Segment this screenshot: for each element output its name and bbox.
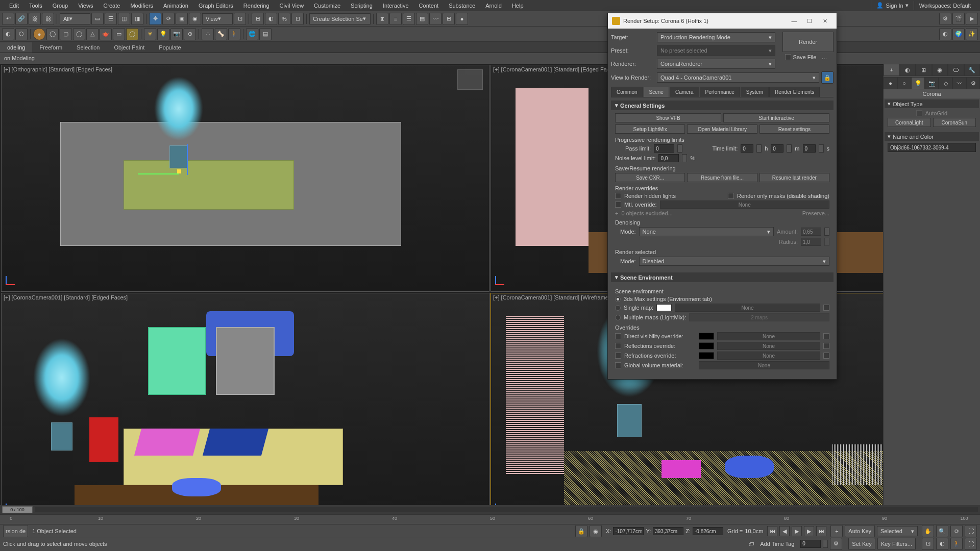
x-coord-input[interactable] <box>613 527 644 535</box>
spinner-buttons[interactable] <box>756 144 762 153</box>
render-preset-button[interactable]: ◐ <box>939 28 951 40</box>
shapes-subtab[interactable]: ○ <box>897 77 911 89</box>
direct-vis-slot[interactable]: None <box>717 332 820 340</box>
refractions-color[interactable] <box>699 352 714 359</box>
time-s-spinner[interactable]: 0 <box>803 144 816 153</box>
resume-last-button[interactable]: Resume last render <box>760 173 829 182</box>
render-masks-checkbox[interactable] <box>728 193 734 199</box>
refractions-checkbox[interactable] <box>615 353 621 359</box>
spinner-buttons[interactable] <box>677 144 682 153</box>
viewcube-icon[interactable] <box>457 69 483 90</box>
systems-subtab[interactable]: ⚙ <box>966 77 980 89</box>
resume-file-button[interactable]: Resume from file... <box>687 173 757 182</box>
toggle-ribbon-button[interactable]: ▤ <box>416 13 428 25</box>
biped-button[interactable]: 🚶 <box>228 28 240 40</box>
maximize-button[interactable]: ☐ <box>802 16 817 26</box>
cone-primitive-button[interactable]: △ <box>86 28 99 40</box>
time-slider-handle[interactable]: 0 / 100 <box>2 506 33 513</box>
menu-views[interactable]: Views <box>73 1 98 10</box>
spinner-snap-button[interactable]: ⊡ <box>291 13 304 25</box>
render-setup-button[interactable]: ⚙ <box>939 13 951 25</box>
render-frame-button[interactable]: 🎬 <box>952 13 965 25</box>
sun-button[interactable]: ☀ <box>144 28 156 40</box>
render-button[interactable]: ▶ <box>966 13 978 25</box>
teapot-primitive-button[interactable]: 🫖 <box>100 28 112 40</box>
save-cxr-button[interactable]: Save CXR... <box>615 173 685 182</box>
render-hidden-checkbox[interactable] <box>615 193 621 199</box>
ellipsis-icon[interactable]: … <box>821 54 827 60</box>
select-region-button[interactable]: ◫ <box>118 13 130 25</box>
isolate-button[interactable]: ◉ <box>590 525 602 537</box>
menu-content[interactable]: Content <box>414 1 444 10</box>
viewport-label-tr[interactable]: [+] [CoronaCamera001] [Standard] [Edged … <box>493 66 617 72</box>
autogrid-checkbox[interactable] <box>916 110 922 116</box>
menu-create[interactable]: Create <box>98 1 125 10</box>
preset-dropdown[interactable]: No preset selected▾ <box>657 45 775 56</box>
current-frame-spinner[interactable]: 0 <box>800 540 821 548</box>
menu-interactive[interactable]: Interactive <box>378 1 414 10</box>
mtl-override-checkbox[interactable] <box>615 202 621 208</box>
prev-frame-button[interactable]: ◀ <box>779 526 790 536</box>
tab-system[interactable]: System <box>741 87 769 97</box>
time-h-spinner[interactable]: 0 <box>741 144 753 153</box>
utilities-tab[interactable]: 🔧 <box>964 64 981 76</box>
amount-spinner[interactable]: 0,65 <box>801 228 821 236</box>
nav-max-button[interactable]: ⛶ <box>965 525 977 537</box>
camera-button[interactable]: 📷 <box>170 28 183 40</box>
global-volume-slot[interactable]: None <box>699 361 829 369</box>
refractions-enable-checkbox[interactable] <box>823 353 829 359</box>
tube-primitive-button[interactable]: ◯ <box>126 28 138 40</box>
nav-fov-button[interactable]: ◐ <box>936 538 948 550</box>
object-name-input[interactable] <box>888 143 976 152</box>
tab-performance[interactable]: Performance <box>700 87 740 97</box>
bone-button[interactable]: 🦴 <box>215 28 227 40</box>
graphite-button[interactable]: ◐ <box>2 28 14 40</box>
multiple-maps-radio[interactable] <box>615 315 621 320</box>
single-map-enable-checkbox[interactable] <box>823 305 829 311</box>
particles-button[interactable]: ∴ <box>202 28 214 40</box>
multiple-maps-slot[interactable]: 2 maps <box>689 313 829 321</box>
maxscript-button[interactable]: rsion de <box>3 525 28 537</box>
menu-help[interactable]: Help <box>507 1 529 10</box>
global-volume-checkbox[interactable] <box>615 362 621 368</box>
next-frame-button[interactable]: ▶ <box>804 526 814 536</box>
spinner-buttons[interactable] <box>824 228 829 236</box>
category-dropdown[interactable]: Corona <box>884 89 980 98</box>
save-file-checkbox[interactable] <box>785 54 791 60</box>
motion-tab[interactable]: ◉ <box>932 64 948 76</box>
ribbon-tab-populate[interactable]: Populate <box>152 42 188 53</box>
helpers-subtab[interactable]: ◇ <box>939 77 952 89</box>
goto-start-button[interactable]: ⏮ <box>767 526 777 536</box>
box-primitive-button[interactable]: ▢ <box>60 28 72 40</box>
layer-explorer-button[interactable]: ☰ <box>403 13 415 25</box>
auto-key-button[interactable]: Auto Key <box>845 525 875 537</box>
menu-rendering[interactable]: Rendering <box>238 1 275 10</box>
scene-env-header[interactable]: ▾ Scene Environment <box>611 272 834 282</box>
menu-customize[interactable]: Customize <box>309 1 346 10</box>
tab-common[interactable]: Common <box>611 87 643 97</box>
light-button[interactable]: 💡 <box>157 28 169 40</box>
mirror-button[interactable]: ⧗ <box>376 13 388 25</box>
menu-modifiers[interactable]: Modifiers <box>125 1 158 10</box>
ribbon-tab-selection[interactable]: Selection <box>69 42 107 53</box>
sphere-primitive-button[interactable]: ● <box>33 28 45 40</box>
renderer-dropdown[interactable]: CoronaRenderer▾ <box>657 59 775 69</box>
corona-light-button[interactable]: CoronaLight <box>888 118 931 127</box>
lock-selection-button[interactable]: 🔒 <box>575 525 587 537</box>
denoise-mode-dropdown[interactable]: None▾ <box>639 227 774 236</box>
plane-primitive-button[interactable]: ▭ <box>113 28 125 40</box>
nav-zoom-extents-button[interactable]: ⊡ <box>922 538 934 550</box>
select-place-button[interactable]: ◉ <box>189 13 201 25</box>
redo-button[interactable]: 🔗 <box>15 13 28 25</box>
unlink-button[interactable]: ⛓ <box>42 13 54 25</box>
nav-min-max-button[interactable]: ⛶ <box>965 538 977 550</box>
time-m-spinner[interactable]: 0 <box>771 144 783 153</box>
corona-sun-button[interactable]: CoronaSun <box>933 118 976 127</box>
preserve-button[interactable]: Preserve... <box>802 210 829 216</box>
reflections-color[interactable] <box>699 342 714 349</box>
menu-edit[interactable]: Edit <box>4 1 24 10</box>
spinner-buttons[interactable] <box>819 144 824 153</box>
spinner-buttons[interactable] <box>682 154 687 162</box>
reset-settings-button[interactable]: Reset settings <box>760 124 829 134</box>
viewport-label-bl[interactable]: [+] [CoronaCamera001] [Standard] [Edged … <box>4 294 128 300</box>
